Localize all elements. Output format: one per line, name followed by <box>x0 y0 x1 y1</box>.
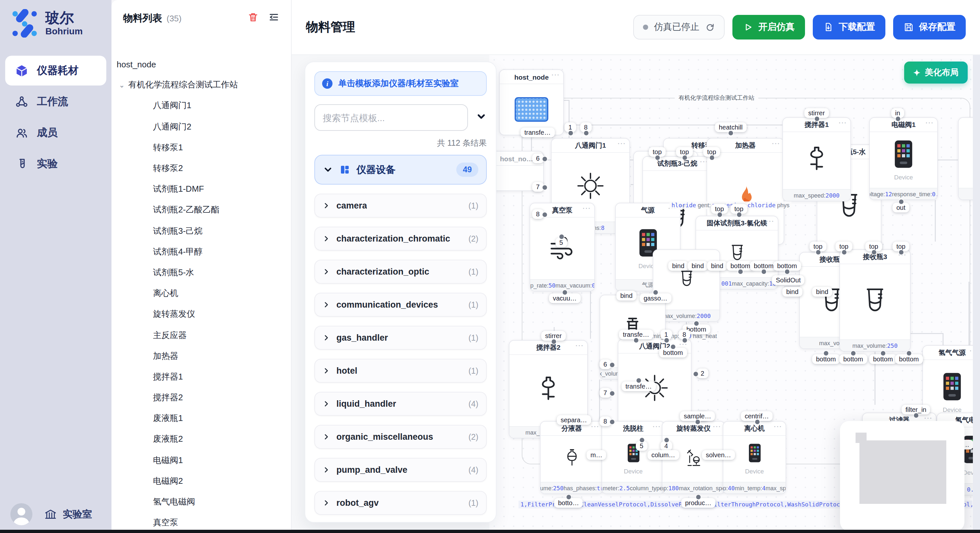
simulation-status-pill[interactable]: 仿真已停止 <box>633 15 725 40</box>
port-pill-7[interactable]: 7 <box>600 388 611 398</box>
template-category-row[interactable]: liquid_handler (4) <box>314 392 487 416</box>
tree-item[interactable]: 试剂瓶1-DMF <box>115 179 287 200</box>
node-menu-icon[interactable]: ··· <box>713 423 721 430</box>
port-pill-transfe…[interactable]: transfe… <box>622 381 655 391</box>
port-pill-transfe…[interactable]: transfe… <box>520 128 555 137</box>
template-category-row[interactable]: communication_devices (1) <box>314 293 487 317</box>
port-pill-top[interactable]: top <box>730 204 747 214</box>
port-pill-bottom[interactable]: bottom <box>869 354 897 364</box>
search-input[interactable] <box>314 104 468 131</box>
port-pill-out[interactable]: out <box>892 203 909 213</box>
tree-item[interactable]: host_node <box>115 54 287 75</box>
node-menu-icon[interactable]: ··· <box>924 414 933 422</box>
port-pill-8[interactable]: 8 <box>600 416 611 426</box>
tree-item[interactable]: 废液瓶1 <box>115 408 287 429</box>
save-config-button[interactable]: 保存配置 <box>893 15 966 40</box>
start-simulation-button[interactable]: 开启仿真 <box>732 15 805 40</box>
port-pill-m…[interactable]: m… <box>587 450 606 460</box>
port-pill-in[interactable]: in <box>891 108 904 118</box>
port-pill-4[interactable]: 4 <box>660 441 672 451</box>
port-pill-sample…[interactable]: sample… <box>680 411 715 421</box>
tree-item[interactable]: 试剂瓶4-甲醇 <box>115 241 287 262</box>
node-menu-icon[interactable]: ··· <box>591 423 600 430</box>
tree-item[interactable]: 电磁阀1 <box>115 450 287 471</box>
port-pill-vacuu…[interactable]: vacuu… <box>549 293 581 303</box>
template-category-row[interactable]: hotel (1) <box>314 359 487 383</box>
tree-item[interactable]: 主反应器 <box>115 325 287 346</box>
template-category-row[interactable]: camera (1) <box>314 194 487 217</box>
tree-item[interactable]: 转移泵2 <box>115 158 287 179</box>
template-category-row[interactable]: robot_agv (1) <box>314 491 487 515</box>
node-menu-icon[interactable]: ··· <box>552 71 560 78</box>
node-menu-icon[interactable]: ··· <box>772 140 780 147</box>
tree-item[interactable]: 电磁阀2 <box>115 471 287 492</box>
flow-node-host_node[interactable]: host_node··· <box>499 69 564 135</box>
port-pill-8[interactable]: 8 <box>679 330 690 339</box>
download-config-button[interactable]: 下载配置 <box>813 15 885 40</box>
flow-node-接收瓶3[interactable]: 接收瓶3···max_volume: 250 <box>839 249 911 352</box>
port-pill-colum…[interactable]: colum… <box>648 450 679 460</box>
port-pill-bind[interactable]: bind <box>707 261 727 271</box>
port-pill-top[interactable]: top <box>703 147 720 157</box>
port-pill-bind[interactable]: bind <box>668 261 688 271</box>
category-instruments[interactable]: 仪器设备 49 <box>314 155 487 185</box>
flow-node-电磁阀1[interactable]: 电磁阀1···Devicevoltage: 12 response_time: … <box>869 117 938 200</box>
port-pill-6[interactable]: 6 <box>532 154 544 163</box>
scrollbar-track[interactable] <box>973 55 980 533</box>
port-pill-bind[interactable]: bind <box>688 261 708 271</box>
port-pill-7[interactable]: 7 <box>532 182 544 192</box>
tree-item[interactable]: ⌄ 有机化学流程综合测试工作站 <box>115 75 287 95</box>
port-pill-separa…[interactable]: separa… <box>557 415 591 425</box>
template-category-row[interactable]: characterization_chromatic (2) <box>314 227 487 251</box>
port-pill-gasso…[interactable]: gasso… <box>640 293 671 303</box>
tree-item[interactable]: 转移泵1 <box>115 137 287 158</box>
port-pill-solven…[interactable]: solven… <box>702 450 735 460</box>
lab-link[interactable]: 实验室 <box>44 508 92 521</box>
port-pill-bind[interactable]: bind <box>812 287 832 297</box>
sidebar-item-成员[interactable]: 成员 <box>5 118 106 148</box>
sidebar-item-实验[interactable]: 实验 <box>5 149 106 179</box>
tree-item[interactable]: 八通阀门2 <box>115 116 287 137</box>
port-pill-bottom[interactable]: bottom <box>659 348 687 357</box>
node-menu-icon[interactable]: ··· <box>618 140 626 147</box>
tree-item[interactable]: 搅拌器1 <box>115 366 287 387</box>
avatar[interactable] <box>10 503 32 525</box>
port-pill-stirrer[interactable]: stirrer <box>804 108 829 118</box>
tree-item[interactable]: 废液瓶2 <box>115 429 287 450</box>
port-pill-8[interactable]: 8 <box>580 122 592 132</box>
node-menu-icon[interactable]: ··· <box>576 342 584 349</box>
tree-item[interactable]: 试剂瓶3-己烷 <box>115 220 287 241</box>
sidebar-item-工作流[interactable]: 工作流 <box>5 87 106 117</box>
template-category-row[interactable]: gas_handler (1) <box>314 326 487 350</box>
tree-item[interactable]: 旋转蒸发仪 <box>115 304 287 325</box>
flow-node-搅拌器1[interactable]: 搅拌器1···max_speed: 2000 <box>782 117 851 201</box>
port-pill-top[interactable]: top <box>835 241 852 251</box>
port-pill-1[interactable]: 1 <box>660 330 672 339</box>
node-menu-icon[interactable]: ··· <box>970 347 973 354</box>
port-pill-SolidOut[interactable]: SolidOut <box>772 275 805 285</box>
flow-canvas[interactable]: 有机化学流程综合测试工作站 1,FilterProtocol,CleanVess… <box>489 55 973 533</box>
tree-item[interactable]: 八通阀门1 <box>115 95 287 116</box>
delete-all-icon[interactable] <box>248 12 259 25</box>
port-pill-bind[interactable]: bind <box>616 291 636 300</box>
node-menu-icon[interactable]: ··· <box>839 119 847 126</box>
sidebar-item-仪器耗材[interactable]: 仪器耗材 <box>5 56 106 86</box>
beautify-layout-button[interactable]: ✦ 美化布局 <box>904 62 968 84</box>
tree-item[interactable]: 氢气电磁阀 <box>115 492 287 512</box>
port-pill-bottom[interactable]: bottom <box>895 354 923 364</box>
port-pill-top[interactable]: top <box>711 204 728 214</box>
tree-item[interactable]: 离心机 <box>115 283 287 304</box>
port-pill-top[interactable]: top <box>810 241 826 251</box>
port-pill-6[interactable]: 6 <box>600 359 611 369</box>
port-pill-2[interactable]: 2 <box>697 368 708 378</box>
node-menu-icon[interactable]: ··· <box>766 217 775 225</box>
port-pill-bind[interactable]: bind <box>782 287 802 297</box>
node-menu-icon[interactable]: ··· <box>926 119 934 126</box>
node-menu-icon[interactable]: ··· <box>653 423 661 430</box>
tree-item[interactable]: 试剂瓶2-乙酸乙酯 <box>115 200 287 220</box>
port-pill-8[interactable]: 8 <box>532 209 544 219</box>
port-pill-centrif…[interactable]: centrif… <box>741 411 773 421</box>
tree-item[interactable]: 试剂瓶5-水 <box>115 262 287 283</box>
node-menu-icon[interactable]: ··· <box>583 205 591 212</box>
port-pill-5[interactable]: 5 <box>636 441 647 451</box>
